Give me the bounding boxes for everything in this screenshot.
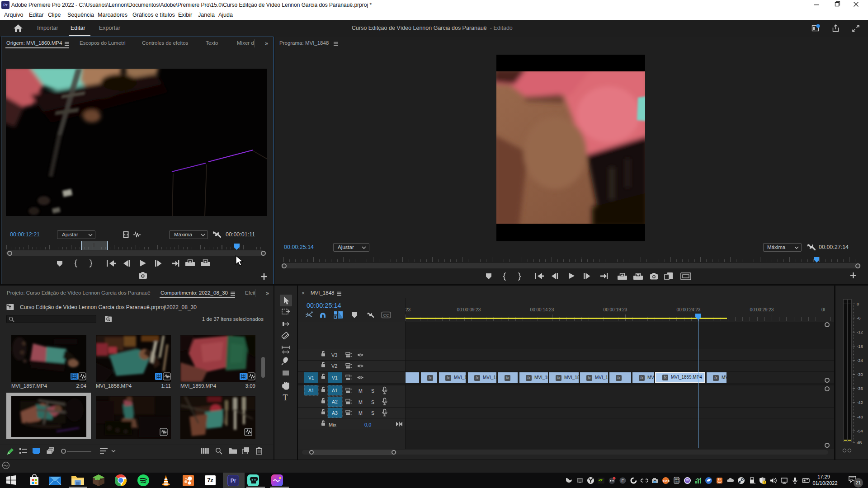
svg-text:V2: V2	[331, 363, 337, 369]
svg-text:V1: V1	[308, 375, 314, 380]
svg-text:M: M	[359, 410, 363, 416]
svg-text:F: F	[622, 479, 624, 483]
svg-text:S: S	[371, 399, 374, 405]
svg-text:V3: V3	[331, 352, 337, 358]
svg-text:-30: -30	[857, 372, 863, 377]
svg-text:T: T	[283, 393, 288, 402]
svg-text:M: M	[359, 388, 363, 394]
svg-text:0,0: 0,0	[364, 422, 371, 427]
svg-text:S: S	[371, 388, 374, 394]
svg-text:CC: CC	[383, 313, 389, 318]
svg-text:-18: -18	[857, 344, 863, 349]
svg-text:V1: V1	[332, 375, 338, 380]
svg-text:-24: -24	[857, 358, 863, 363]
svg-text:-36: -36	[857, 386, 863, 391]
svg-text:-6: -6	[857, 315, 860, 320]
svg-text:!: !	[764, 481, 765, 484]
svg-text:A2: A2	[332, 399, 338, 404]
svg-text:DeX: DeX	[663, 479, 670, 483]
svg-text:dB: dB	[857, 440, 862, 445]
svg-text:A1: A1	[332, 388, 338, 393]
svg-text:Mix: Mix	[329, 422, 337, 427]
svg-text:A1: A1	[308, 388, 314, 393]
svg-text:-12: -12	[857, 329, 863, 334]
svg-text:-48: -48	[857, 414, 863, 419]
svg-text:-54: -54	[857, 428, 863, 433]
svg-text:-42: -42	[857, 400, 863, 405]
svg-text:S: S	[371, 410, 374, 416]
svg-text:0: 0	[857, 301, 859, 306]
svg-text:A3: A3	[332, 410, 338, 416]
svg-text:GAMES: GAMES	[675, 481, 681, 483]
svg-text:M: M	[359, 399, 363, 405]
